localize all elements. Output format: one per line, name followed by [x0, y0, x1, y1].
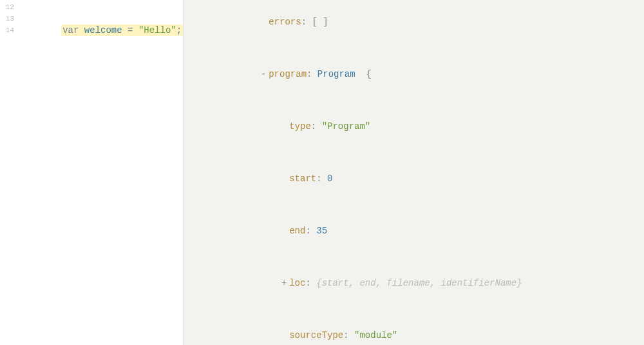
- gutter-line-number: 14: [0, 25, 18, 36]
- ast-value-string: "module": [354, 330, 397, 340]
- ast-key: end: [289, 226, 305, 236]
- token-string: "Hello": [138, 25, 176, 35]
- app-root: 12 13 14 var welcome = "Hello"; errors: …: [0, 0, 644, 345]
- ast-row-start[interactable]: start: 0: [184, 153, 644, 205]
- token-keyword: var: [62, 25, 79, 35]
- highlighted-code: var welcome = "Hello";: [61, 25, 183, 36]
- ast-key: program: [269, 69, 307, 79]
- code-line: 12: [0, 1, 184, 13]
- collapse-toggle-icon[interactable]: -: [258, 66, 269, 83]
- ast-key: sourceType: [289, 330, 343, 340]
- ast-row-end[interactable]: end: 35: [184, 205, 644, 257]
- ast-value-number: 35: [316, 226, 327, 236]
- token-identifier: welcome: [84, 25, 122, 35]
- ast-tree: errors: [ ] -program: Program { type: "P…: [184, 0, 644, 345]
- ast-type-link[interactable]: Program: [317, 69, 355, 79]
- ast-key: start: [289, 173, 316, 184]
- ast-value-number: 0: [327, 173, 332, 184]
- gutter-line-number: 12: [0, 1, 18, 13]
- ast-viewer-pane[interactable]: errors: [ ] -program: Program { type: "P…: [184, 0, 644, 345]
- ast-value-string: "Program": [322, 121, 371, 132]
- ast-value: [ ]: [312, 17, 328, 27]
- gutter-line-number: 13: [0, 13, 18, 25]
- ast-key: errors: [269, 17, 301, 27]
- ast-row-sourcetype[interactable]: sourceType: "module": [184, 310, 644, 345]
- token-punct: ;: [176, 25, 182, 35]
- ast-row-program[interactable]: -program: Program {: [184, 48, 644, 101]
- code-editor-pane[interactable]: 12 13 14 var welcome = "Hello";: [0, 0, 184, 345]
- ast-key: loc: [289, 278, 305, 288]
- expand-toggle-icon[interactable]: +: [279, 275, 289, 292]
- code-line: 14 var welcome = "Hello";: [0, 25, 184, 36]
- ast-row-type[interactable]: type: "Program": [184, 101, 644, 153]
- ast-row-loc[interactable]: +loc: {start, end, filename, identifierN…: [184, 257, 644, 310]
- code-text: var welcome = "Hello";: [18, 13, 183, 48]
- ast-row-errors[interactable]: errors: [ ]: [184, 0, 644, 48]
- token-operator: =: [128, 25, 133, 35]
- ast-collapsed-preview: {start, end, filename, identifierName}: [316, 278, 522, 288]
- ast-key: type: [289, 121, 311, 132]
- brace-open: {: [366, 69, 371, 79]
